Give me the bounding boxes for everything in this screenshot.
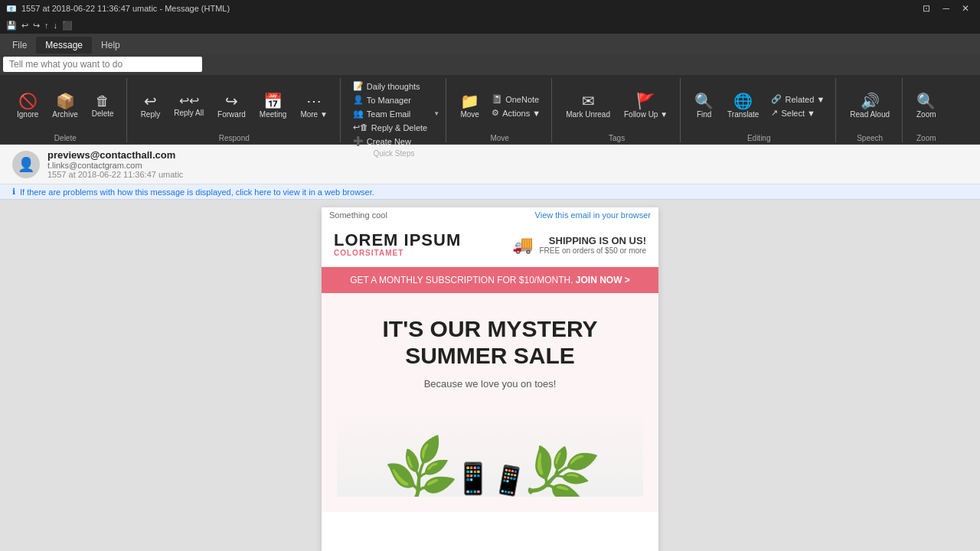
follow-up-icon: 🚩 (636, 93, 655, 109)
tab-help[interactable]: Help (92, 37, 129, 54)
create-new-icon: ➕ (353, 136, 364, 146)
ignore-button[interactable]: 🚫 Ignore (11, 82, 44, 131)
sale-subtitle: Because we love you on toes! (337, 378, 643, 390)
brand-logo: LOREM IPSUM COLORSITAMET (334, 232, 461, 257)
meeting-button[interactable]: 📅 Meeting (253, 82, 293, 131)
follow-up-button[interactable]: 🚩 Follow Up ▼ (618, 82, 674, 131)
quicksteps-dropdown[interactable]: ▼ (433, 110, 439, 117)
translate-icon: 🌐 (733, 93, 753, 109)
create-new-button[interactable]: ➕ Create New (348, 135, 432, 148)
email-body-area: Something cool View this email in your b… (0, 200, 980, 551)
shipping-info: SHIPPING IS ON US! FREE on orders of $50… (539, 235, 646, 255)
archive-icon: 📦 (56, 93, 75, 109)
quick-access-toolbar: 💾 ↩ ↪ ↑ ↓ ⬛ (0, 17, 980, 34)
info-icon: ℹ (12, 187, 15, 197)
tab-message[interactable]: Message (36, 37, 92, 54)
read-aloud-icon: 🔊 (861, 93, 880, 109)
ribbon-tabs: File Message Help (0, 34, 980, 54)
select-icon: ↗ (771, 108, 778, 118)
shipping-subtitle: FREE on orders of $50 or more (539, 246, 646, 255)
email-to: t.links@contactgram.com (47, 161, 968, 170)
undo-qa-button[interactable]: ↩ (21, 21, 28, 31)
restore-button[interactable]: ⊡ (918, 3, 935, 14)
phone-icon: 📱 (454, 461, 492, 497)
email-from: previews@contacthall.com (47, 149, 968, 161)
reply-delete-button[interactable]: ↩🗑 Reply & Delete (348, 121, 432, 134)
delete-button[interactable]: 🗑 Delete (86, 82, 120, 131)
shipping-truck-icon: 🚚 (512, 235, 533, 255)
brand-tagline: COLORSITAMET (334, 249, 461, 257)
to-manager-button[interactable]: 👤 To Manager (348, 93, 432, 106)
up-qa-button[interactable]: ↑ (44, 21, 49, 30)
ribbon-group-move: 📁 Move 📓 OneNote ⚙ Actions ▼ Move (448, 78, 552, 142)
tab-file[interactable]: File (3, 37, 36, 54)
redo-qa-button[interactable]: ↪ (33, 21, 40, 31)
archive-button[interactable]: 📦 Archive (46, 82, 83, 131)
email-brand-header: LOREM IPSUM COLORSITAMET 🚚 SHIPPING IS O… (322, 223, 658, 267)
info-bar[interactable]: ℹ If there are problems with how this me… (0, 184, 980, 200)
main-content: Something cool View this email in your b… (0, 200, 980, 551)
read-aloud-button[interactable]: 🔊 Read Aloud (844, 82, 896, 131)
more-respond-button[interactable]: ⋯ More ▼ (294, 82, 333, 131)
mark-unread-button[interactable]: ✉ Mark Unread (560, 82, 616, 131)
actions-button[interactable]: ⚙ Actions ▼ (487, 106, 545, 119)
ignore-icon: 🚫 (18, 93, 38, 109)
email-content: Something cool View this email in your b… (322, 207, 658, 551)
view-in-browser-link[interactable]: View this email in your browser (535, 210, 651, 220)
app-icon: 📧 (6, 4, 17, 14)
reply-button[interactable]: ↩ Reply (135, 82, 167, 131)
title-bar: 📧 1557 at 2018-06-22 11:36:47 umatic - M… (0, 0, 980, 17)
brand-name: LOREM IPSUM (334, 232, 461, 249)
daily-thoughts-icon: 📝 (353, 81, 364, 91)
phone2-icon: 📱 (489, 461, 529, 497)
onenote-button[interactable]: 📓 OneNote (487, 93, 545, 106)
daily-thoughts-button[interactable]: 📝 Daily thoughts (348, 80, 432, 93)
move-small-column: 📓 OneNote ⚙ Actions ▼ (487, 93, 545, 119)
close-button[interactable]: ✕ (957, 3, 974, 14)
shipping-title: SHIPPING IS ON US! (539, 235, 646, 246)
team-email-button[interactable]: 👥 Team Email (348, 107, 432, 120)
zoom-icon: 🔍 (916, 93, 936, 109)
avatar: 👤 (12, 151, 40, 178)
sale-section: IT'S OUR MYSTERYSUMMER SALE Because we l… (322, 293, 658, 512)
ribbon-search-input[interactable] (3, 57, 202, 72)
down-qa-button[interactable]: ↓ (54, 21, 58, 30)
move-button[interactable]: 📁 Move (454, 82, 485, 131)
sale-title: IT'S OUR MYSTERYSUMMER SALE (337, 316, 643, 369)
find-button[interactable]: 🔍 Find (688, 82, 720, 131)
ribbon-group-speech: 🔊 Read Aloud Speech (838, 78, 903, 142)
email-top-bar: Something cool View this email in your b… (322, 207, 658, 223)
speech-buttons: 🔊 Read Aloud (844, 80, 896, 132)
avatar-icon: 👤 (18, 156, 34, 173)
email-header: 👤 previews@contacthall.com t.links@conta… (0, 145, 980, 184)
forward-button[interactable]: ↪ Forward (211, 82, 252, 131)
move-group-label: Move (490, 132, 508, 142)
ribbon-group-quicksteps: 📝 Daily thoughts 👤 To Manager 👥 Team Ema… (342, 78, 446, 142)
save-qa-button[interactable]: 💾 (6, 21, 17, 31)
related-button[interactable]: 🔗 Related ▼ (766, 93, 829, 106)
zoom-button[interactable]: 🔍 Zoom (910, 82, 942, 131)
leaf-right-icon: 🌿 (518, 432, 602, 497)
reply-all-icon: ↩↩ (179, 95, 199, 107)
ribbon-content: 🚫 Ignore 📦 Archive 🗑 Delete Delete ↩ (0, 75, 980, 144)
speech-group-label: Speech (857, 132, 883, 142)
delete-buttons: 🚫 Ignore 📦 Archive 🗑 Delete (11, 80, 120, 132)
promo-cta[interactable]: JOIN NOW > (576, 275, 630, 285)
forward-icon: ↪ (225, 93, 238, 109)
quicksteps-column: 📝 Daily thoughts 👤 To Manager 👥 Team Ema… (348, 80, 432, 148)
mark-unread-icon: ✉ (582, 93, 595, 109)
product-image-area: 🌿 📱 📱 🌿 (337, 405, 643, 497)
find-icon: 🔍 (694, 93, 714, 109)
translate-button[interactable]: 🌐 Translate (721, 82, 765, 131)
promo-text: GET A MONTHLY SUBSCRIPTION FOR $10/MONTH… (350, 275, 573, 285)
minimize-button[interactable]: ─ (938, 3, 954, 14)
delete-group-label: Delete (54, 132, 77, 142)
more-qa-button[interactable]: ⬛ (62, 21, 73, 31)
editing-buttons: 🔍 Find 🌐 Translate 🔗 Related ▼ ↗ Select … (688, 80, 829, 132)
shipping-box: 🚚 SHIPPING IS ON US! FREE on orders of $… (512, 235, 646, 255)
reply-all-button[interactable]: ↩↩ Reply All (168, 82, 210, 131)
move-buttons: 📁 Move 📓 OneNote ⚙ Actions ▼ (454, 80, 545, 132)
select-button[interactable]: ↗ Select ▼ (766, 106, 829, 119)
email-meta: previews@contacthall.com t.links@contact… (47, 149, 968, 179)
info-text: If there are problems with how this mess… (20, 187, 374, 197)
